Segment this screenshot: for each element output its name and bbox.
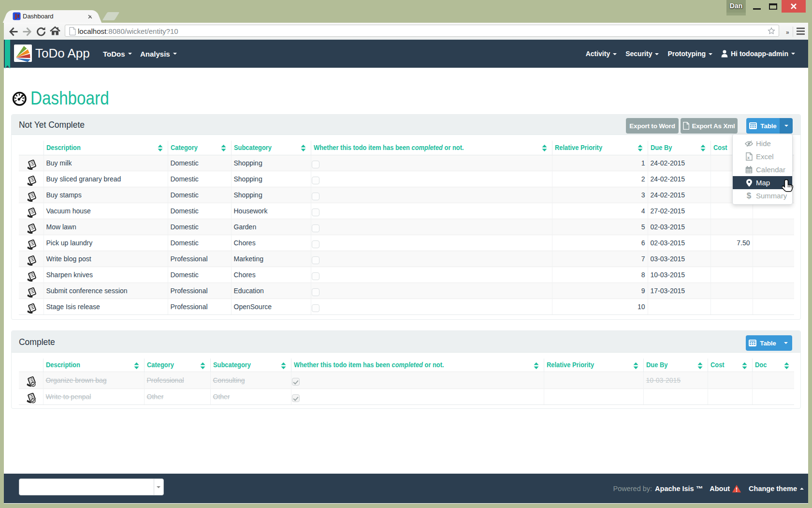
svg-text:x: x bbox=[747, 155, 750, 160]
